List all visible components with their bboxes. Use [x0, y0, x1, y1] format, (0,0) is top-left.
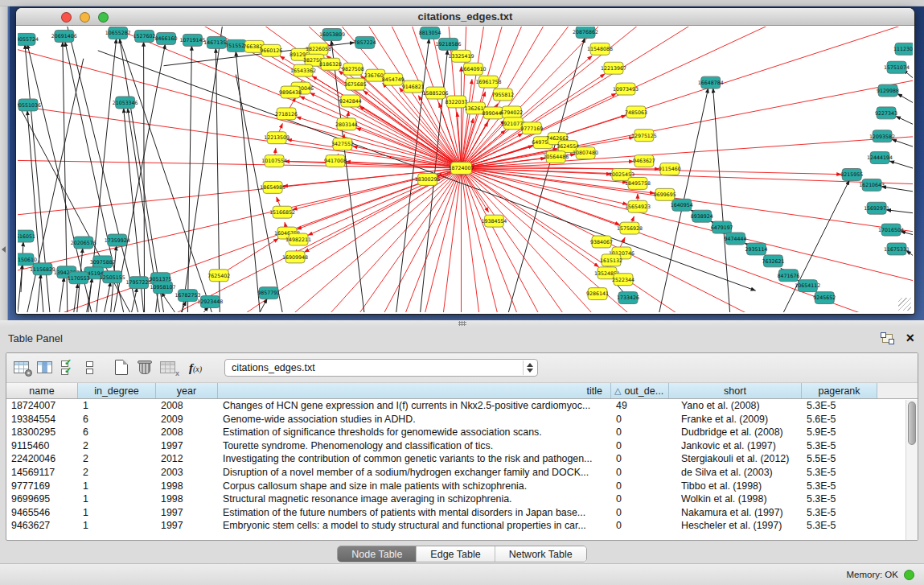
graph-node[interactable]: 17016504 [878, 224, 904, 236]
graph-node[interactable]: 8215955 [840, 169, 863, 181]
table-row[interactable]: 1872400712008Changes of HCN gene express… [6, 399, 918, 413]
table-cell[interactable]: 1997 [156, 506, 218, 520]
table-cell[interactable]: 0 [611, 519, 669, 533]
table-cell[interactable]: 5.6E-5 [802, 413, 877, 426]
graph-node[interactable]: 9384067 [590, 236, 613, 248]
table-cell[interactable]: 1997 [156, 519, 218, 533]
graph-node[interactable]: 14982211 [285, 233, 311, 245]
table-cell[interactable]: 2 [78, 452, 156, 466]
table-vertical-scrollbar[interactable] [906, 400, 918, 540]
graph-node[interactable]: 10655287 [105, 27, 131, 39]
graph-node[interactable]: 16961758 [475, 76, 501, 88]
graph-node[interactable]: 18724007 [449, 163, 474, 175]
table-disabled-icon[interactable]: x [159, 360, 179, 376]
column-header-out_de[interactable]: △out_de... [611, 383, 669, 398]
graph-node[interactable]: 8454749 [382, 73, 405, 85]
table-cell[interactable]: Hescheler et al. (1997) [669, 519, 802, 533]
table-cell[interactable]: 5.3E-5 [802, 492, 877, 506]
table-cell[interactable]: Investigating the contribution of common… [218, 452, 611, 466]
graph-node[interactable]: 2516051 [18, 230, 35, 242]
table-cell[interactable]: 0 [611, 506, 669, 520]
graph-node[interactable]: 8186328 [319, 58, 342, 70]
table-cell[interactable]: 9115460 [6, 439, 78, 453]
graph-node[interactable]: 9245652 [813, 292, 836, 304]
table-cell[interactable]: 9777169 [6, 480, 78, 493]
graph-node[interactable]: 2522344 [612, 274, 634, 286]
graph-node[interactable]: 17957225 [126, 277, 152, 289]
graph-node[interactable]: 18300295 [415, 173, 441, 185]
minimize-window-button[interactable] [80, 12, 90, 23]
graph-node[interactable]: 13325419 [449, 50, 474, 62]
table-cell[interactable]: 0 [611, 466, 669, 480]
table-row[interactable]: 911546021997Tourette syndrome. Phenomeno… [6, 439, 918, 453]
rows-stack-icon[interactable] [81, 360, 97, 376]
table-cell[interactable]: 2003 [156, 466, 218, 480]
graph-node[interactable]: 18226058 [306, 43, 331, 55]
graph-node[interactable]: 9699695 [654, 188, 676, 200]
graph-node[interactable]: 9463627 [633, 155, 655, 167]
graph-node[interactable]: 16053809 [319, 28, 345, 40]
graph-node[interactable]: 1733426 [617, 292, 639, 304]
graph-node[interactable]: 9474444 [725, 233, 747, 245]
graph-node[interactable]: 12093582 [869, 130, 895, 142]
graph-node[interactable]: 15654923 [625, 200, 651, 212]
graph-node[interactable]: 30975887 [90, 256, 116, 268]
graph-node[interactable]: 16909948 [282, 251, 308, 263]
table-cell[interactable]: Yano et al. (2008) [669, 399, 802, 413]
graph-node[interactable]: 15885206 [423, 87, 449, 99]
float-panel-icon[interactable] [882, 334, 893, 343]
table-cell[interactable]: Tibbo et al. (1998) [669, 480, 802, 493]
graph-node[interactable]: 7955812 [491, 89, 514, 101]
graph-node[interactable]: 9227343 [875, 107, 897, 119]
table-row[interactable]: 1456911722003Disruption of a novel membe… [6, 466, 918, 480]
table-cell[interactable]: 0 [611, 492, 669, 506]
graph-node[interactable]: 3675685 [344, 78, 367, 90]
close-window-button[interactable] [61, 12, 72, 23]
table-cell[interactable]: 2009 [156, 413, 218, 426]
graph-node[interactable]: 19218586 [436, 38, 462, 50]
graph-node[interactable]: 7857224 [354, 36, 376, 48]
graph-node[interactable]: 21053346 [113, 97, 138, 109]
table-cell[interactable]: Embryonic stem cells: a model to study s… [218, 519, 611, 533]
column-header-title[interactable]: title [218, 383, 611, 398]
table-cell[interactable]: 5.3E-5 [802, 519, 877, 533]
table-cell[interactable]: 5.3E-5 [802, 439, 877, 453]
scrollbar-thumb[interactable] [908, 402, 916, 445]
graph-node[interactable]: 12923448 [197, 296, 223, 308]
graph-node[interactable]: 10107554 [261, 155, 287, 167]
zoom-window-button[interactable] [98, 12, 109, 23]
splitter-grip-icon[interactable] [458, 321, 466, 326]
table-row[interactable]: 969969511998Structural magnetic resonanc… [6, 492, 918, 506]
network-table-select[interactable]: citations_edges.txt [224, 359, 538, 377]
table-cell[interactable]: 5.3E-5 [802, 399, 877, 413]
table-cell[interactable]: 2012 [156, 452, 218, 466]
graph-node[interactable]: 8466160 [155, 32, 178, 44]
table-cell[interactable]: Genome-wide association studies in ADHD. [218, 413, 611, 426]
table-options-icon[interactable] [13, 360, 32, 376]
table-cell[interactable]: 1998 [156, 480, 218, 493]
graph-node[interactable]: 9417008 [324, 155, 347, 167]
graph-node[interactable]: 16543362 [290, 64, 316, 76]
table-cell[interactable]: 5.3E-5 [802, 506, 877, 520]
graph-node[interactable]: 20551036 [18, 99, 41, 111]
graph-node[interactable]: 11675331 [884, 243, 910, 255]
table-cell[interactable]: Changes of HCN gene expression and I(f) … [218, 399, 611, 413]
table-cell[interactable]: 1 [78, 506, 156, 520]
table-row[interactable]: 946362711997Embryonic stem cells: a mode… [6, 519, 918, 533]
panel-splitter[interactable] [0, 320, 924, 327]
table-row[interactable]: 1830029562008Estimation of significance … [6, 426, 918, 439]
table-cell[interactable]: Disruption of a novel member of a sodium… [218, 466, 611, 480]
table-cell[interactable]: 5.3E-5 [802, 480, 877, 493]
graph-node[interactable]: 1170553 [68, 272, 90, 284]
table-cell[interactable]: 5.9E-5 [802, 426, 877, 439]
graph-node[interactable]: 7632621 [762, 255, 784, 267]
function-builder-icon[interactable]: f(x) [189, 361, 202, 375]
table-row[interactable]: 977716911998Corpus callosum shape and si… [6, 480, 918, 493]
table-cell[interactable]: 18300295 [6, 426, 78, 439]
table-cell[interactable]: 5.3E-5 [802, 466, 877, 480]
table-cell[interactable]: Structural magnetic resonance image aver… [218, 492, 611, 506]
graph-node[interactable]: 12213967 [601, 62, 626, 74]
graph-node[interactable]: 20564486 [543, 151, 569, 163]
graph-node[interactable]: 7625402 [207, 270, 230, 282]
graph-node[interactable]: 15756928 [617, 222, 643, 234]
